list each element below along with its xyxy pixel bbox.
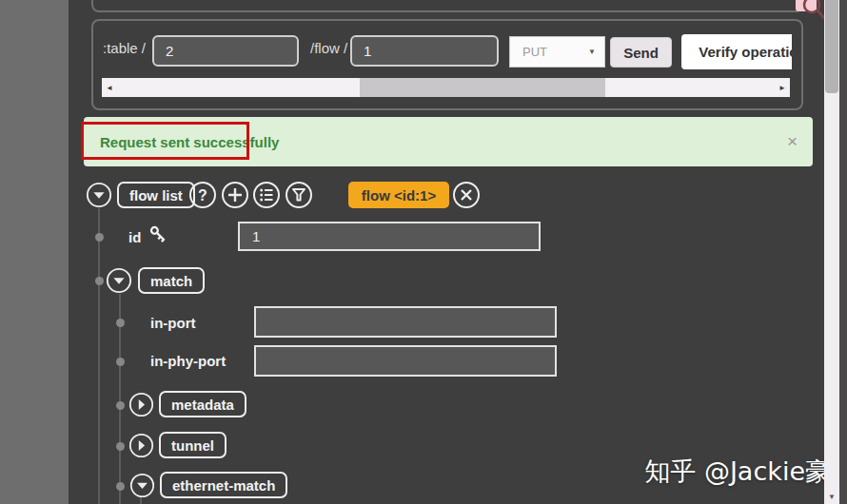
table-path-label: :table / [103, 21, 146, 74]
vertical-scrollbar-thumb[interactable] [825, 0, 838, 93]
tunnel-expand-icon[interactable] [128, 433, 154, 458]
in-phy-port-input[interactable] [254, 345, 557, 377]
id-input[interactable] [238, 222, 541, 251]
send-button[interactable]: Send [610, 37, 672, 68]
in-port-label: in-port [150, 315, 195, 331]
table-id-input[interactable] [152, 35, 299, 67]
flow-path-label: /flow / [310, 21, 347, 74]
match-collapse-icon[interactable] [106, 267, 132, 294]
tree-node-dot [116, 358, 125, 366]
key-icon [148, 223, 170, 246]
list-view-icon[interactable] [252, 181, 281, 209]
highlight-rectangle [81, 122, 249, 160]
tree-node-dot [95, 277, 104, 285]
match-node-button[interactable]: match [138, 267, 205, 294]
id-label: id [128, 229, 141, 245]
method-select[interactable]: PUT ▼ [509, 36, 605, 68]
tree-node-dot [116, 482, 125, 491]
metadata-node-button[interactable]: metadata [159, 391, 246, 417]
scroll-left-arrow-icon[interactable]: ◄ [103, 78, 116, 97]
flow-list-collapse-icon[interactable] [86, 182, 112, 208]
flow-id-input[interactable] [350, 35, 499, 67]
verify-operation-button[interactable]: Verify operation [681, 34, 792, 69]
watermark: 知乎 @Jackie豪 [644, 455, 831, 489]
scroll-right-arrow-icon[interactable]: ► [776, 78, 789, 97]
in-phy-port-label: in-phy-port [150, 353, 226, 369]
ethernet-match-node-button[interactable]: ethernet-match [160, 472, 287, 498]
preview-panel-edge [91, 0, 803, 12]
tree-node-dot [116, 401, 125, 410]
request-controls: :table / /flow / PUT ▼ Send Verify opera… [93, 21, 792, 76]
svg-text:?: ? [198, 187, 207, 204]
alert-close-button[interactable]: × [787, 117, 798, 166]
scroll-down-arrow-icon[interactable]: ▼ [824, 493, 839, 501]
filter-icon[interactable] [285, 181, 313, 209]
flow-id-badge[interactable]: flow <id:1> [348, 182, 449, 208]
vertical-scrollbar[interactable]: ▼ [824, 0, 839, 504]
page-left-gutter [0, 0, 69, 504]
tree-node-dot [116, 319, 125, 327]
remove-flow-icon[interactable] [452, 181, 481, 209]
ethernet-match-collapse-icon[interactable] [129, 473, 155, 498]
help-icon[interactable]: ? [188, 181, 217, 209]
horizontal-scrollbar[interactable]: ◄ ► [102, 78, 790, 97]
tunnel-node-button[interactable]: tunnel [159, 432, 227, 458]
horizontal-scrollbar-thumb[interactable] [360, 78, 605, 97]
in-port-input[interactable] [254, 306, 557, 338]
metadata-expand-icon[interactable] [128, 392, 154, 417]
method-select-value: PUT [522, 45, 547, 59]
chevron-down-icon: ▼ [588, 48, 596, 56]
tree-node-dot [116, 442, 125, 451]
flow-list-node-button[interactable]: flow list [117, 182, 195, 208]
tree-node-dot [95, 233, 104, 242]
add-item-icon[interactable] [221, 181, 249, 209]
tree-guide-line [98, 208, 100, 504]
window-right-edge [839, 0, 847, 504]
